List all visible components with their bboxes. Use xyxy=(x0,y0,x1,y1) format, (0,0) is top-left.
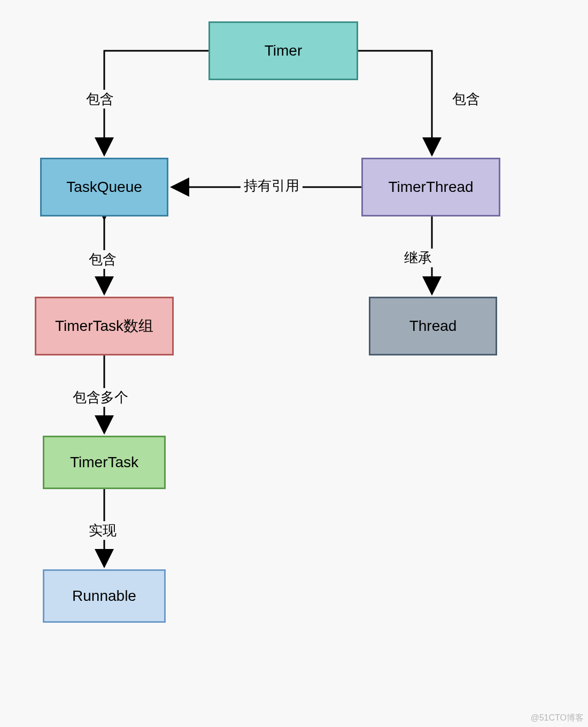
node-runnable: Runnable xyxy=(43,569,166,623)
node-timerthread: TimerThread xyxy=(361,158,500,216)
edge-label-ta-task: 包含多个 xyxy=(69,388,131,407)
diagram-canvas: Timer TaskQueue TimerThread TimerTask数组 … xyxy=(0,0,588,727)
node-taskarray: TimerTask数组 xyxy=(35,297,174,355)
node-timertask: TimerTask xyxy=(43,436,166,489)
edge-label-task-run: 实现 xyxy=(86,521,120,540)
edge-label-holds-ref: 持有引用 xyxy=(241,176,303,195)
edge-timer-timerthread xyxy=(358,51,432,155)
edge-label-tq-taskarray: 包含 xyxy=(86,250,120,269)
watermark: @51CTO博客 xyxy=(530,713,584,724)
edge-timer-taskqueue xyxy=(104,51,208,155)
edge-label-tt-thread: 继承 xyxy=(401,249,435,267)
node-thread: Thread xyxy=(369,297,497,355)
node-timer: Timer xyxy=(208,21,358,80)
node-taskqueue: TaskQueue xyxy=(40,158,168,216)
edge-label-timer-taskqueue: 包含 xyxy=(83,90,117,109)
edge-label-timer-timerthread: 包含 xyxy=(449,90,483,109)
